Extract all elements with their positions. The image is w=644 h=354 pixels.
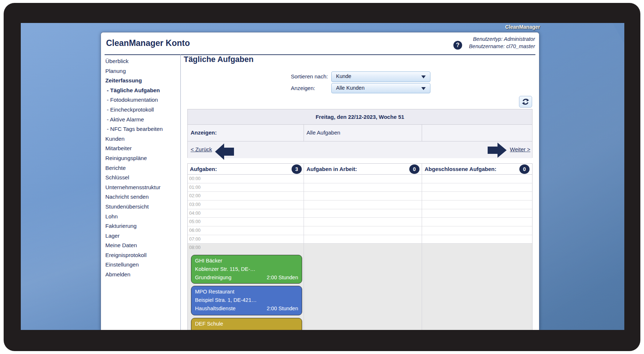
time-label: 08:00	[189, 245, 200, 250]
sidebar-nav: Überblick Planung Zeiterfassung - Täglic…	[105, 57, 178, 280]
task-address: Beispiel Stra. 1, DE-421…	[195, 297, 257, 303]
previous-day-link[interactable]: < Zurück	[191, 146, 212, 152]
date-navigation-table: Freitag, den 22/12-2023, Woche 51 Anzeig…	[187, 109, 532, 158]
task-address: Nordring 456, DE-60386	[195, 329, 252, 330]
chevron-down-icon	[421, 87, 426, 90]
time-label: 00:00	[189, 176, 200, 181]
time-slot-row: 02:00	[188, 192, 532, 201]
cell-divider	[422, 125, 422, 141]
time-label: 03:00	[189, 202, 200, 207]
column-divider	[304, 164, 304, 330]
nav-row: < Zurück Weiter >	[188, 141, 532, 158]
task-board: Aufgaben: 3 Aufgaben in Arbeit: 0 Abgesc…	[187, 163, 532, 330]
time-slot-row: 04:00	[188, 209, 532, 218]
sidebar-item-nachricht-senden[interactable]: Nachricht senden	[105, 192, 178, 202]
sidebar-item-meine-daten[interactable]: Meine Daten	[105, 241, 178, 250]
desktop-background: CleanManager CleanManager Konto ? Benutz…	[21, 23, 624, 330]
sidebar-item-einstellungen[interactable]: Einstellungen	[105, 260, 178, 270]
sidebar-item-lager[interactable]: Lager	[105, 231, 178, 241]
date-header: Freitag, den 22/12-2023, Woche 51	[188, 109, 532, 125]
task-customer: DEF Schule	[195, 321, 223, 327]
arrow-left-icon[interactable]	[215, 143, 234, 160]
show-dropdown[interactable]: Alle Kunden	[331, 83, 430, 93]
time-slot-row: 00:00	[188, 175, 532, 183]
user-info: Benutzertyp: Administrator Benutzername:…	[469, 35, 535, 50]
time-label: 07:00	[189, 237, 200, 242]
time-label: 02:00	[189, 193, 200, 198]
time-slot-row: 01:00	[188, 183, 532, 192]
sidebar-item-kunden[interactable]: Kunden	[105, 134, 178, 144]
refresh-arrows-icon	[522, 98, 530, 106]
sidebar-item-fakturierung[interactable]: Fakturierung	[105, 221, 178, 231]
task-duration: 2:00 Stunden	[267, 275, 298, 280]
show-label: Anzeigen:	[291, 85, 315, 91]
time-slot-row: 03:00	[188, 201, 532, 209]
app-panel: CleanManager Konto ? Benutzertyp: Admini…	[101, 32, 539, 330]
arrow-right-icon[interactable]	[488, 142, 507, 158]
browser-brand-label: CleanManager	[505, 24, 540, 30]
task-customer: GHI Bäcker	[195, 258, 222, 264]
filter-row: Anzeigen: Alle Aufgaben	[188, 125, 532, 141]
time-label: 06:00	[189, 228, 200, 233]
sidebar-item-abmelden[interactable]: Abmelden	[105, 270, 178, 280]
task-card-mpo-restaurant[interactable]: MPO Restaurant Beispiel Stra. 1, DE-421……	[191, 286, 302, 315]
sidebar-item-lohn[interactable]: Lohn	[105, 212, 178, 222]
inprogress-count-badge: 0	[409, 164, 419, 174]
task-address: Koblenzer Str. 115, DE-…	[195, 266, 255, 272]
column-tasks-label: Aufgaben:	[190, 166, 217, 172]
sort-by-value: Kunde	[336, 73, 351, 79]
time-label: 05:00	[189, 219, 200, 224]
cell-divider	[304, 125, 304, 141]
section-heading: Tägliche Aufgaben	[184, 55, 254, 64]
refresh-button[interactable]	[519, 96, 532, 108]
time-label: 01:00	[189, 185, 200, 190]
column-completed-label: Abgeschlossene Aufgaben:	[425, 166, 496, 172]
user-type: Benutzertyp: Administrator	[469, 35, 535, 43]
task-card-def-schule[interactable]: DEF Schule Nordring 456, DE-60386	[191, 318, 302, 330]
task-service: Haushaltsdienste	[195, 306, 235, 311]
time-label: 04:00	[189, 211, 200, 216]
sidebar-item-taegliche-aufgaben[interactable]: - Tägliche Aufgaben	[105, 86, 178, 96]
filter-value: Alle Aufgaben	[307, 129, 340, 136]
chevron-down-icon	[421, 75, 426, 78]
task-customer: MPO Restaurant	[195, 289, 234, 295]
sidebar-item-ueberblick[interactable]: Überblick	[105, 57, 178, 66]
column-divider	[422, 164, 422, 330]
sidebar-item-aktive-alarme[interactable]: - Aktive Alarme	[105, 115, 178, 125]
show-value: Alle Kunden	[336, 85, 364, 91]
question-mark-icon[interactable]: ?	[453, 41, 462, 50]
task-card-ghi-baecker[interactable]: GHI Bäcker Koblenzer Str. 115, DE-… Grun…	[191, 255, 302, 284]
sidebar-item-schluessel[interactable]: Schlüssel	[105, 173, 178, 183]
tasks-count-badge: 3	[292, 164, 302, 174]
task-service: Grundreinigung	[195, 275, 231, 280]
sidebar-item-mitarbeiter[interactable]: Mitarbeiter	[105, 144, 178, 153]
time-slot-row: 06:00	[188, 226, 532, 235]
sidebar-item-ereignisprotokoll[interactable]: Ereignisprotokoll	[105, 250, 178, 260]
board-header: Aufgaben: 3 Aufgaben in Arbeit: 0 Abgesc…	[188, 164, 532, 175]
sidebar-item-nfc-tags[interactable]: - NFC Tags bearbeiten	[105, 124, 178, 134]
sidebar-item-reinigungsplaene[interactable]: Reinigungspläne	[105, 153, 178, 163]
task-duration: 2:00 Stunden	[267, 306, 298, 311]
sort-by-dropdown[interactable]: Kunde	[331, 71, 430, 82]
next-day-link[interactable]: Weiter >	[510, 146, 530, 152]
sidebar-item-fotodokumentation[interactable]: - Fotodokumentation	[105, 95, 178, 105]
sidebar-item-eincheckprotokoll[interactable]: - Eincheckprotokoll	[105, 105, 178, 115]
completed-count-badge: 0	[519, 164, 530, 174]
header-divider	[105, 54, 535, 55]
sort-by-label: Sortieren nach:	[291, 73, 328, 79]
time-slot-row: 08:00	[188, 244, 532, 252]
time-slot-row: 05:00	[188, 218, 532, 226]
sidebar-item-berichte[interactable]: Berichte	[105, 163, 178, 173]
sidebar-item-stundenuebersicht[interactable]: Stundenübersicht	[105, 202, 178, 212]
sidebar-item-planung[interactable]: Planung	[105, 66, 178, 76]
screenshot-stage: CleanManager CleanManager Konto ? Benutz…	[0, 0, 644, 354]
page-title: CleanManager Konto	[106, 38, 190, 48]
filter-label: Anzeigen:	[191, 129, 217, 136]
sidebar-item-unternehmensstruktur[interactable]: Unternehmensstruktur	[105, 183, 178, 192]
sidebar-divider	[180, 54, 181, 330]
user-name: Benutzername: cl70_master	[469, 43, 535, 50]
sidebar-item-zeiterfassung[interactable]: Zeiterfassung	[105, 76, 178, 86]
time-slot-row: 07:00	[188, 235, 532, 244]
column-inprogress-label: Aufgaben in Arbeit:	[307, 166, 357, 172]
